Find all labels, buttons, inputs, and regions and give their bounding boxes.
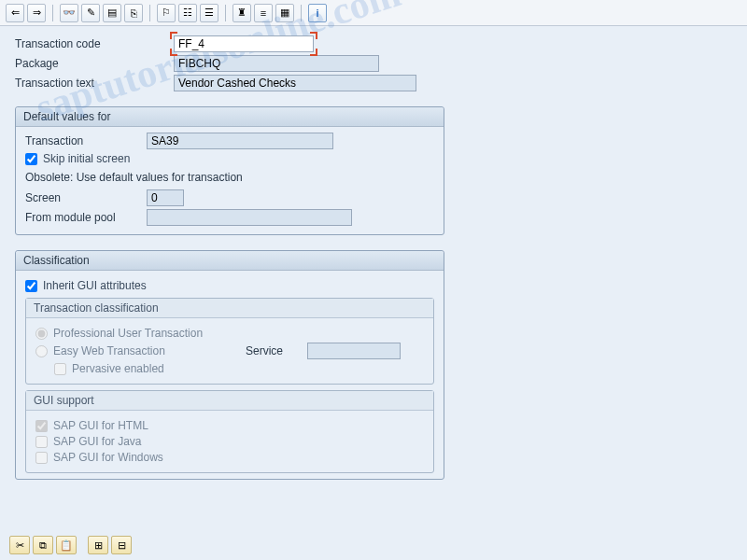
copy-icon[interactable]: ⧉ [33,536,53,554]
professional-label: Professional User Transaction [53,327,203,340]
glasses-icon[interactable]: 👓 [60,4,78,22]
service-input [307,343,401,359]
gui-html-label: SAP GUI for HTML [53,419,148,432]
object-list-icon[interactable]: ☰ [200,4,218,22]
package-input [174,55,379,72]
obsolete-text: Obsolete: Use default values for transac… [25,171,434,184]
skip-initial-checkbox[interactable] [25,153,37,165]
easyweb-radio [35,345,48,357]
cut-icon[interactable]: ✂ [9,536,30,554]
package-label: Package [15,57,174,70]
test-icon[interactable]: ⚐ [157,4,176,22]
gui-java-label: SAP GUI for Java [53,435,141,448]
defaults-title: Default values for [16,107,444,127]
app-toolbar: ⇐ ⇒ 👓 ✎ ▤ ⎘ ⚐ ☷ ☰ ♜ ≡ ▦ i [0,0,747,26]
assign-icon[interactable]: ≡ [254,4,273,22]
gui-windows-label: SAP GUI for Windows [53,451,163,464]
tcode-input-wrap [174,35,314,52]
where-used-icon[interactable]: ☷ [178,4,197,22]
classification-group: Classification Inherit GUI attributes Tr… [15,250,444,480]
defaults-group: Default values for Transaction Skip init… [15,106,444,235]
separator [149,5,150,21]
create-icon[interactable]: ▤ [103,4,121,22]
pervasive-checkbox [54,363,66,375]
skip-initial-label: Skip initial screen [43,152,130,165]
ttext-label: Transaction text [15,77,174,90]
insert-row-icon[interactable]: ⊞ [88,536,108,554]
screen-label: Screen [25,191,147,204]
copy-icon[interactable]: ⎘ [124,4,143,22]
gui-support-group: GUI support SAP GUI for HTML SAP GUI for… [25,390,434,473]
separator [301,5,302,21]
ttext-input [174,75,416,91]
classification-title: Classification [16,251,444,271]
tcode-label: Transaction code [15,37,174,50]
transaction-classification-title: Transaction classification [26,299,433,318]
screen-input [147,189,184,206]
main-content: Transaction code Package Transaction tex… [0,26,747,489]
transaction-classification-group: Transaction classification Professional … [25,298,434,385]
back-icon[interactable]: ⇐ [6,4,24,22]
transaction-label: Transaction [25,134,147,147]
gui-html-checkbox [35,420,48,432]
delete-row-icon[interactable]: ⊟ [111,536,132,554]
modulepool-input [147,209,352,226]
professional-radio [35,328,48,340]
inherit-gui-checkbox[interactable] [25,280,37,292]
service-label: Service [246,344,302,357]
gui-windows-checkbox [35,452,48,464]
tcode-input[interactable] [174,35,314,52]
pervasive-label: Pervasive enabled [72,362,164,375]
gui-support-title: GUI support [26,391,433,411]
inherit-gui-label: Inherit GUI attributes [43,279,147,292]
hierarchy-icon[interactable]: ♜ [233,4,251,22]
transaction-input [147,133,333,149]
transport-icon[interactable]: ▦ [275,4,294,22]
display-change-icon[interactable]: ✎ [81,4,100,22]
gui-java-checkbox [35,436,48,448]
separator [52,5,53,21]
forward-icon[interactable]: ⇒ [27,4,46,22]
bottom-toolbar: ✂ ⧉ 📋 ⊞ ⊟ [9,536,132,554]
modulepool-label: From module pool [25,211,147,224]
easyweb-label: Easy Web Transaction [53,344,240,357]
paste-icon[interactable]: 📋 [56,536,77,554]
info-icon[interactable]: i [308,4,327,22]
spacer [79,536,85,554]
separator [225,5,226,21]
